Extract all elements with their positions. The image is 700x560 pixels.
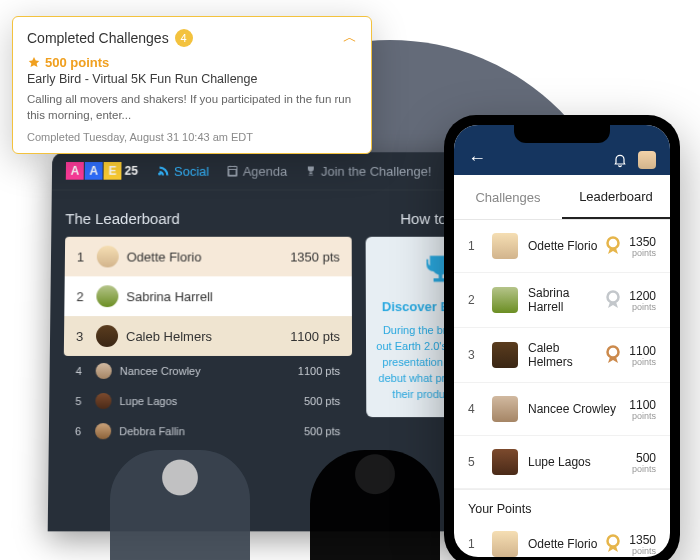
completed-challenges-card: Completed Challenges 4 ︿ 500 points Earl…	[12, 16, 372, 154]
rank: 3	[468, 348, 482, 362]
star-icon	[27, 56, 41, 70]
player-name: Sabrina Harrell	[528, 286, 605, 314]
avatar	[95, 393, 111, 409]
rank: 2	[76, 289, 94, 304]
avatar	[95, 423, 111, 439]
leaderboard-row[interactable]: 4Nancee Crowley1100 pts	[63, 356, 352, 386]
player-points: 500points	[632, 451, 656, 474]
svg-point-0	[608, 238, 619, 249]
nav-social[interactable]: Social	[158, 164, 209, 179]
player-points: 1100points	[629, 398, 656, 421]
leaderboard-row[interactable]: 2Sabrina Harrell	[64, 276, 352, 316]
phone-leaderboard-row[interactable]: 5Lupe Lagos500points	[454, 436, 670, 489]
player-points: 1100 pts	[290, 329, 340, 344]
your-points-row[interactable]: 1Odette Florio1350points	[454, 518, 670, 557]
cc-title[interactable]: Completed Challenges 4	[27, 29, 193, 47]
phone-leaderboard-row[interactable]: 1Odette Florio1350points	[454, 220, 670, 273]
tab-challenges[interactable]: Challenges	[454, 175, 562, 219]
tab-leaderboard-label: Leaderboard	[579, 189, 653, 204]
phone-leaderboard-list[interactable]: 1Odette Florio1350points2Sabrina Harrell…	[454, 220, 670, 557]
tab-leaderboard[interactable]: Leaderboard	[562, 175, 670, 219]
player-points: 500 pts	[304, 425, 340, 437]
cc-points: 500 points	[27, 55, 357, 70]
rank: 1	[77, 249, 95, 264]
phone-frame: ← Challenges Leaderboard 1Odette Florio1…	[444, 115, 680, 560]
player-name: Caleb Helmers	[528, 341, 605, 369]
rank: 4	[468, 402, 482, 416]
medal-icon	[605, 236, 621, 256]
chevron-up-icon[interactable]: ︿	[343, 29, 357, 47]
nav-join[interactable]: Join the Challenge!	[305, 164, 431, 179]
avatar	[492, 287, 518, 313]
cc-title-text: Completed Challenges	[27, 30, 169, 46]
rank: 5	[75, 395, 93, 407]
rank: 6	[75, 425, 93, 437]
svg-point-3	[608, 536, 619, 547]
avatar	[97, 246, 119, 268]
nav-social-label: Social	[174, 164, 209, 179]
player-name: Odette Florio	[127, 249, 291, 264]
avatar	[492, 396, 518, 422]
rank: 1	[468, 239, 482, 253]
player-name: Nancee Crowley	[528, 402, 629, 416]
player-name: Odette Florio	[528, 239, 605, 253]
phone-notch	[514, 125, 610, 143]
rank: 1	[468, 537, 482, 551]
leaderboard-row[interactable]: 1Odette Florio1350 pts	[65, 237, 352, 277]
player-points: 1350points	[629, 533, 656, 556]
avatar	[96, 285, 118, 307]
leaderboard-title: The Leaderboard	[65, 210, 351, 227]
tab-challenges-label: Challenges	[475, 190, 540, 205]
leaderboard-column: The Leaderboard 1Odette Florio1350 pts2S…	[63, 202, 353, 446]
cc-points-label: 500 points	[45, 55, 109, 70]
player-name: Nancee Crowley	[120, 365, 298, 377]
cc-subtitle: Early Bird - Virtual 5K Fun Run Challeng…	[27, 72, 357, 86]
avatar	[492, 233, 518, 259]
bell-icon[interactable]	[612, 152, 628, 168]
rank: 2	[468, 293, 482, 307]
rss-icon	[158, 165, 170, 177]
rank: 4	[76, 365, 94, 377]
avatar	[492, 531, 518, 557]
avatar	[96, 325, 118, 347]
player-name: Lupe Lagos	[528, 455, 632, 469]
nav-join-label: Join the Challenge!	[321, 164, 431, 179]
svg-point-2	[608, 347, 619, 358]
avatar	[492, 449, 518, 475]
player-name: Sabrina Harrell	[126, 289, 340, 304]
player-points: 1100 pts	[298, 365, 340, 377]
cc-timestamp: Completed Tuesday, August 31 10:43 am ED…	[27, 131, 357, 143]
phone-tabs: Challenges Leaderboard	[454, 175, 670, 220]
avatar[interactable]	[638, 151, 656, 169]
leaderboard-row[interactable]: 3Caleb Helmers1100 pts	[64, 316, 352, 356]
your-points-header: Your Points	[454, 489, 670, 518]
phone-leaderboard-row[interactable]: 4Nancee Crowley1100points	[454, 383, 670, 436]
player-name: Lupe Lagos	[119, 395, 304, 407]
medal-icon	[605, 534, 621, 554]
aae-logo: AAE25	[66, 162, 141, 180]
trophy-icon	[305, 165, 317, 177]
player-name: Caleb Helmers	[126, 329, 290, 344]
phone-leaderboard-row[interactable]: 2Sabrina Harrell1200points	[454, 273, 670, 328]
medal-icon	[605, 345, 621, 365]
medal-icon	[605, 290, 621, 310]
player-points: 500 pts	[304, 395, 340, 407]
player-points: 1350 pts	[290, 249, 340, 264]
back-icon[interactable]: ←	[468, 148, 486, 169]
avatar	[492, 342, 518, 368]
player-name: Odette Florio	[528, 537, 605, 551]
leaderboard-row[interactable]: 5Lupe Lagos500 pts	[63, 386, 352, 416]
nav-agenda-label: Agenda	[243, 164, 287, 179]
cc-count-badge: 4	[175, 29, 193, 47]
player-points: 1350points	[629, 235, 656, 258]
player-name: Debbra Fallin	[119, 425, 304, 437]
phone-leaderboard-row[interactable]: 3Caleb Helmers1100points	[454, 328, 670, 383]
rank: 3	[76, 329, 94, 344]
calendar-icon	[227, 165, 239, 177]
avatar	[96, 363, 112, 379]
player-points: 1100points	[629, 344, 656, 367]
cc-body: Calling all movers and shakers! If you p…	[27, 92, 357, 123]
player-points: 1200points	[629, 289, 656, 312]
svg-point-1	[608, 292, 619, 303]
nav-agenda[interactable]: Agenda	[227, 164, 287, 179]
